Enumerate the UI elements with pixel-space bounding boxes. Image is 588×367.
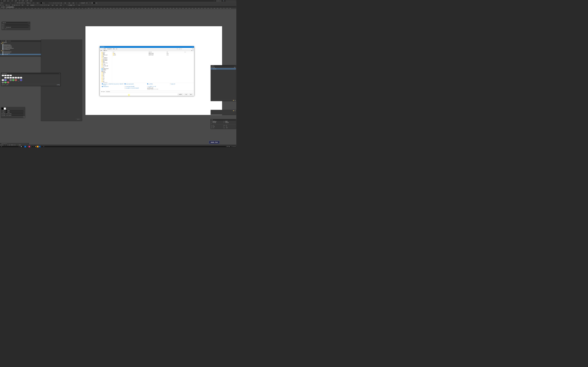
tt-smallcaps-icon[interactable]: Tᴛ (19, 2, 20, 4)
space-before-input[interactable] (68, 2, 72, 3)
master-indicator[interactable]: [基本]（工作） (11, 145, 16, 146)
leading-input[interactable] (7, 5, 12, 6)
menubar-search[interactable] (226, 0, 236, 1)
justify-all-icon[interactable]: ≡ (40, 4, 42, 6)
vscale-input[interactable] (23, 2, 26, 3)
menu-object[interactable]: 对象(O) (14, 0, 18, 1)
col-name-header[interactable]: 名称 (113, 51, 148, 52)
sample-button-005[interactable]: ✓005 (12, 75, 15, 77)
organize-dropdown[interactable]: 组织 (101, 50, 102, 51)
baseline-shift-input[interactable] (33, 2, 36, 3)
border-cb[interactable] (1, 112, 2, 113)
nav-item[interactable]: Creative Cloud F (100, 68, 112, 69)
tab-scriptlabel[interactable]: 脚本标签 (7, 41, 11, 42)
filename-input[interactable] (105, 91, 193, 92)
panel-collapse2-icon[interactable]: « (235, 66, 235, 67)
file-row[interactable]: pdf2021/7/2 13:21文件夹 (112, 53, 194, 54)
menu-view[interactable]: 视图(V) (21, 0, 25, 1)
task-generic-icon[interactable]: ⬛ (0, 146, 2, 147)
superscript-icon[interactable]: T¹ (21, 2, 22, 4)
strikethrough-icon[interactable]: T̶ (16, 4, 17, 6)
nav-item[interactable]: T094 (100, 61, 112, 62)
nav-item[interactable]: 146 Toyokuni (100, 60, 112, 61)
subscript-icon[interactable]: T₁ (12, 4, 13, 6)
justify-left-icon[interactable]: ≡ (42, 4, 43, 6)
preflight-report-button[interactable]: 调附报告 (76, 118, 81, 120)
underline-swatch[interactable] (93, 2, 95, 4)
task-app1-icon[interactable]: □ (24, 146, 26, 147)
align-justify-icon[interactable]: ≡ (58, 2, 60, 4)
newfolder-button[interactable]: 新建文件夹 (104, 50, 107, 51)
page-number-input[interactable] (4, 145, 7, 146)
font-family-input[interactable] (0, 2, 10, 3)
task-record-icon[interactable]: ● (41, 146, 43, 147)
sample-button-007[interactable]: ✓007 (17, 75, 20, 77)
tab-datamerge[interactable]: 数据合并 (1, 41, 5, 42)
sample-button-019[interactable]: 019 (7, 79, 9, 82)
nav-item[interactable]: 此电脑 (100, 70, 112, 72)
border-color-dd[interactable]: [黑色] (7, 112, 25, 113)
nav-item[interactable]: 粘米线性炭选型 (100, 65, 112, 67)
align-center-icon[interactable]: ≡ (55, 2, 56, 4)
opt-pdf[interactable]: 包括 PDF（打印）(R) (147, 86, 169, 87)
sample-button-018[interactable]: 018 (4, 79, 7, 82)
sample-button-014[interactable]: 014 (15, 77, 17, 79)
nav-item[interactable]: 人物模特系列 (100, 57, 112, 58)
nav-up-icon[interactable]: ↑ (102, 49, 102, 49)
help-icon[interactable]: ? (193, 50, 193, 51)
nav-item[interactable]: 桌面 (100, 81, 112, 82)
justify-right-icon[interactable]: ≡ (46, 4, 47, 6)
btn-name-input[interactable] (5, 25, 30, 26)
crumb-wing[interactable]: wing (113, 49, 114, 49)
tray-icons[interactable]: ◉ ◉ ◉ ◉ ◉ (232, 146, 236, 147)
menu-file[interactable]: F) (0, 0, 2, 1)
align-right-icon[interactable]: ≡ (56, 2, 58, 4)
dialog-titlebar[interactable]: 打包出版物 × (100, 46, 194, 48)
indent-left-input[interactable] (60, 2, 64, 3)
tracking-input[interactable] (23, 5, 26, 6)
col-size-header[interactable]: 大小 (184, 51, 193, 52)
sample-button-013[interactable]: 013 (12, 77, 15, 79)
nav-item[interactable]: 文档 (100, 76, 112, 78)
dialog-file-list[interactable]: 名称 修改日期 类型 大小 pdf2021/7/2 13:21文件夹word20… (112, 51, 194, 83)
refresh-icon[interactable]: ⟳ (177, 49, 178, 49)
opt-hidden[interactable]: 包括隐藏和非打印内容的字体和链接(F) (125, 88, 147, 90)
nav-item[interactable]: 6.30用户手册 (100, 62, 112, 64)
underline-color-swatch[interactable] (6, 110, 7, 111)
sample-button-022[interactable]: 022 (15, 79, 17, 82)
bg-swatch[interactable] (4, 108, 6, 109)
tab-scripts[interactable]: 脚本 (5, 41, 7, 42)
task-wechat-icon[interactable]: ◉ (30, 146, 32, 147)
btn-event-select[interactable]: 在释放或点按时 (5, 27, 30, 28)
para-folder-icon[interactable]: 📁 (233, 100, 234, 101)
underline-icon[interactable]: T̲ (14, 4, 15, 6)
page-nav-last-icon[interactable]: ⏭ (9, 145, 10, 145)
col-date-header[interactable]: 修改日期 (149, 51, 167, 52)
task-indesign-icon[interactable]: Id (28, 146, 30, 147)
para-trash-icon[interactable]: 🗑 (235, 100, 236, 101)
nav-item[interactable]: 本地磁盘 (C:) (100, 82, 112, 83)
nav-item[interactable]: 园林景观ps源 (100, 58, 112, 60)
col-type-header[interactable]: 类型 (167, 51, 184, 52)
nav-item[interactable]: 视频 (100, 73, 112, 75)
strip-icon3[interactable]: 🗑 (235, 110, 235, 111)
sample-button-004[interactable]: ✓004 (9, 75, 12, 77)
nav-item[interactable]: pld (100, 56, 112, 57)
dropcap-chars-input[interactable] (64, 5, 66, 6)
opt-copylinks[interactable]: 复制链接图形(L) (102, 86, 124, 87)
kerning-input[interactable] (28, 2, 33, 3)
sample-button-016[interactable]: 016 (20, 77, 22, 79)
weather-widget[interactable]: ☀ 29°C 晴朗 (226, 146, 230, 147)
panel-collapse-icon[interactable]: « (27, 22, 28, 23)
fg-swatch[interactable] (1, 108, 3, 109)
task-illustrator-icon[interactable]: Ai (37, 146, 38, 147)
nav-item[interactable]: 音乐 (100, 79, 112, 81)
menu-window[interactable]: 窗口(W) (25, 0, 29, 1)
border-color-swatch[interactable] (6, 112, 7, 113)
nav-item[interactable]: 图片 (100, 75, 112, 76)
fill-swatch-icon[interactable] (41, 2, 42, 4)
menu-type[interactable]: 文字(T) (10, 0, 14, 1)
sample-button-020[interactable]: 020 (9, 79, 12, 82)
sample-button-021[interactable]: 021 (12, 79, 15, 82)
strip-icon2[interactable]: ⊕ (234, 110, 235, 111)
